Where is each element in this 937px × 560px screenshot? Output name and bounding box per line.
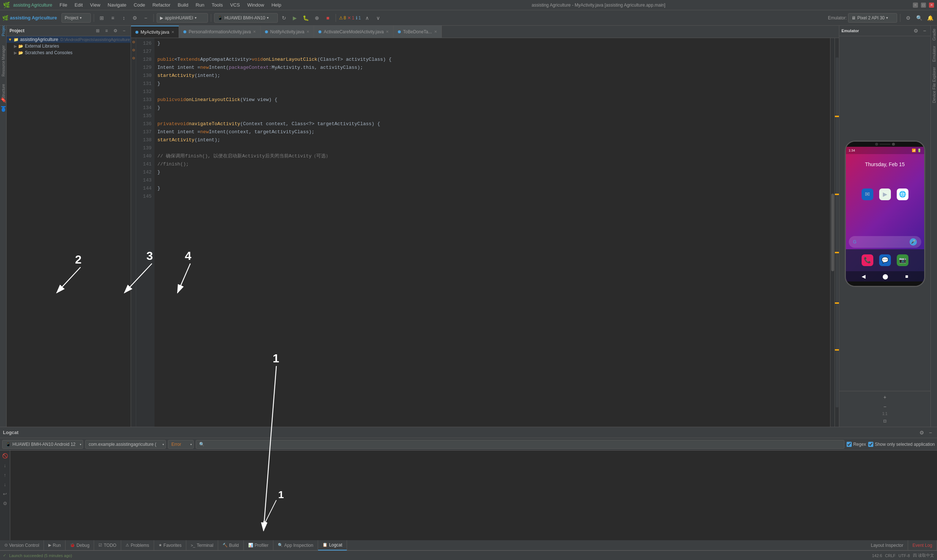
sidebar-bookmarks-btn[interactable]: 🔖 [0, 97, 6, 103]
toolbar-btn-run[interactable]: ▶ [290, 13, 300, 23]
tab-problems[interactable]: ⚠ Problems [121, 540, 154, 551]
project-panel-collapse[interactable]: ≡ [103, 27, 110, 34]
tab-close-personalinfo[interactable]: ✕ [253, 30, 256, 34]
toolbar-btn-stop[interactable]: ■ [323, 13, 333, 23]
sidebar-structure-btn[interactable]: Structure [0, 89, 6, 94]
logcat-device-dropdown[interactable]: 📱 HUAWEI BMH-AN10 Android 12 ▾ [2, 440, 83, 449]
logcat-search-input[interactable] [196, 440, 845, 449]
emulator-screen[interactable]: 1:34 📶 🔋 Thursday, Feb 15 ✉ ▶ 🌐 [839, 36, 931, 391]
alert-errors[interactable]: ✕ 1 [347, 15, 354, 20]
emulator-zoom-minus[interactable]: − [881, 402, 889, 411]
close-button[interactable]: ✕ [929, 3, 934, 8]
logcat-wrap-btn[interactable]: ↩ [2, 490, 9, 497]
tab-todo[interactable]: ☑ TODO [94, 540, 121, 551]
logcat-scroll-btn[interactable]: ↓ [2, 462, 9, 469]
menu-window[interactable]: Window [244, 2, 267, 8]
tab-favorites[interactable]: ★ Favorites [154, 540, 186, 551]
menu-view[interactable]: View [87, 2, 103, 8]
project-dropdown[interactable]: Project ▾ [62, 13, 91, 23]
scroll-indicator[interactable] [830, 38, 834, 427]
logcat-down-btn[interactable]: ↓ [2, 481, 9, 488]
menu-vcs[interactable]: VCS [227, 2, 243, 8]
tab-build[interactable]: 🔨 Build [218, 540, 244, 551]
logcat-settings-btn[interactable]: ⚙ [918, 429, 925, 436]
logcat-clear-btn[interactable]: 🚫 [2, 452, 9, 459]
tab-terminal[interactable]: >_ Terminal [186, 540, 218, 551]
menu-file[interactable]: File [57, 2, 70, 8]
toolbar-btn-settings[interactable]: ⚙ [903, 13, 913, 23]
logcat-minimize-btn[interactable]: − [927, 429, 934, 436]
tab-close-notify[interactable]: ✕ [306, 30, 309, 34]
menu-help[interactable]: Help [269, 2, 285, 8]
menu-build[interactable]: Build [175, 2, 191, 8]
logcat-regex-check[interactable]: Regex [846, 442, 866, 447]
toolbar-btn-attach[interactable]: ⊕ [312, 13, 322, 23]
alert-nav-up[interactable]: ∧ [362, 13, 372, 23]
toolbar-btn-sync[interactable]: ↻ [279, 13, 289, 23]
gradle-panel-btn[interactable]: Gradle [932, 27, 936, 42]
emulator-device-dropdown[interactable]: 📱 HUAWEI BMH-AN10 ▾ [214, 13, 278, 23]
logcat-up-btn[interactable]: ↑ [2, 471, 9, 478]
emulator-settings-btn[interactable]: ⚙ [912, 27, 919, 34]
tab-close-myactivity[interactable]: ✕ [171, 30, 174, 34]
toolbar-btn-debug[interactable]: 🐛 [301, 13, 311, 23]
toolbar-btn-minus[interactable]: − [141, 13, 151, 23]
project-panel-minimize[interactable]: − [120, 27, 128, 34]
project-panel-expand[interactable]: ⊞ [94, 27, 102, 34]
tab-notify[interactable]: NotifyActivity.java ✕ [261, 26, 314, 38]
alert-hints[interactable]: ℹ 1 [356, 15, 361, 20]
tab-logcat[interactable]: 📋 Logcat [318, 540, 347, 551]
status-utf8[interactable]: UTF-8 [899, 554, 910, 558]
status-crlf[interactable]: CRLF [885, 554, 895, 558]
sidebar-vcs-btn[interactable]: 👤 [0, 106, 6, 112]
tab-close-tobedone[interactable]: ✕ [434, 30, 437, 34]
tab-profiler[interactable]: 📊 Profiler [244, 540, 274, 551]
tab-tobedone[interactable]: ToBeDoneTa... ✕ [394, 26, 442, 38]
logcat-content[interactable] [10, 451, 937, 540]
tree-item-scratches[interactable]: ▶ 📂 Scratches and Consoles [6, 49, 131, 56]
tab-activatecare[interactable]: ActivateCareModelActivity.java ✕ [314, 26, 394, 38]
status-indent[interactable]: 四 读取中文 [913, 553, 934, 558]
toolbar-btn-notifications[interactable]: 🔔 [925, 13, 935, 23]
run-config-dropdown[interactable]: ▶ appInHUAWEI ▾ [157, 13, 208, 23]
maximize-button[interactable]: □ [921, 3, 926, 8]
emulator-zoom-plus[interactable]: + [881, 393, 889, 402]
tab-personalinfo[interactable]: PersonalInformationActivity.java ✕ [179, 26, 261, 38]
tab-myactivity[interactable]: MyActivity.java ✕ [131, 26, 179, 38]
toolbar-btn-structure[interactable]: ⊞ [97, 13, 106, 23]
alert-warnings[interactable]: ⚠ 8 [339, 15, 346, 20]
event-log-btn[interactable]: Event Log [908, 540, 937, 551]
menu-edit[interactable]: Edit [72, 2, 86, 8]
sidebar-project-btn[interactable]: Project [0, 27, 6, 33]
menu-refactor[interactable]: Refactor [149, 2, 173, 8]
tab-app-inspection[interactable]: 🔍 App Inspection [274, 540, 318, 551]
menu-run[interactable]: Run [192, 2, 207, 8]
menu-code[interactable]: Code [131, 2, 148, 8]
logcat-package-dropdown[interactable]: com.example.assistingagriculture ( ▾ [85, 440, 166, 449]
status-position[interactable]: 142:6 [872, 554, 882, 558]
pixel-dropdown[interactable]: 🖥 Pixel 2 API 30 ▾ [848, 13, 897, 23]
emulator-fit-btn[interactable]: ⊡ [881, 417, 889, 425]
menu-navigate[interactable]: Navigate [105, 2, 129, 8]
logcat-level-dropdown[interactable]: Error ▾ [168, 440, 194, 449]
tab-run[interactable]: ▶ Run [44, 540, 66, 551]
emulator-panel-btn[interactable]: Emulator [932, 44, 936, 63]
minimize-button[interactable]: − [913, 3, 918, 8]
menu-tools[interactable]: Tools [209, 2, 225, 8]
sidebar-resource-btn[interactable]: Resource Manager [0, 58, 6, 64]
tree-item-ext-libs[interactable]: ▶ 📂 External Libraries [6, 43, 131, 49]
device-file-explorer-btn[interactable]: Device File Explorer [932, 66, 936, 104]
project-panel-gear[interactable]: ⚙ [112, 27, 119, 34]
tree-item-root[interactable]: ▼ 📁 assistingAgriculture D:\AndroidProje… [6, 36, 131, 43]
layout-inspector-btn[interactable]: Layout Inspector [866, 540, 908, 551]
toolbar-btn-search[interactable]: 🔍 [914, 13, 924, 23]
tab-version-control[interactable]: ⊙ Version Control [0, 540, 44, 551]
logcat-show-selected-check[interactable]: Show only selected application [868, 442, 935, 447]
code-content[interactable]: } public <T extends AppCompatActivity> v… [154, 38, 830, 427]
toolbar-btn-gear[interactable]: ⚙ [130, 13, 140, 23]
toolbar-btn-sort[interactable]: ↕ [119, 13, 128, 23]
tab-debug[interactable]: 🐞 Debug [66, 540, 94, 551]
emulator-minimize-btn[interactable]: − [921, 27, 928, 34]
tab-close-activatecare[interactable]: ✕ [386, 30, 389, 34]
logcat-more-btn[interactable]: ⚙ [2, 500, 9, 507]
